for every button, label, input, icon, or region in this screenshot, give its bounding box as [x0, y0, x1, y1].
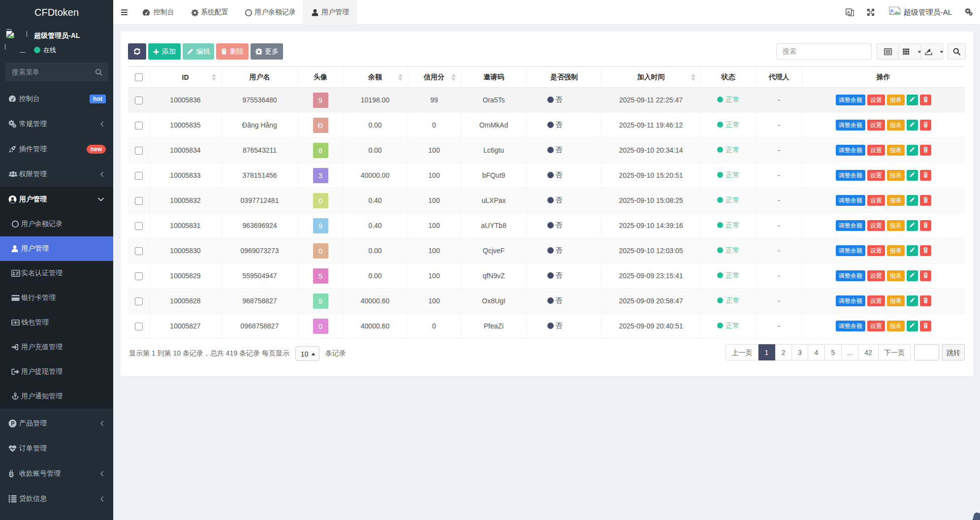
svg-text:B: B	[9, 470, 14, 478]
svg-text:A: A	[847, 10, 851, 15]
